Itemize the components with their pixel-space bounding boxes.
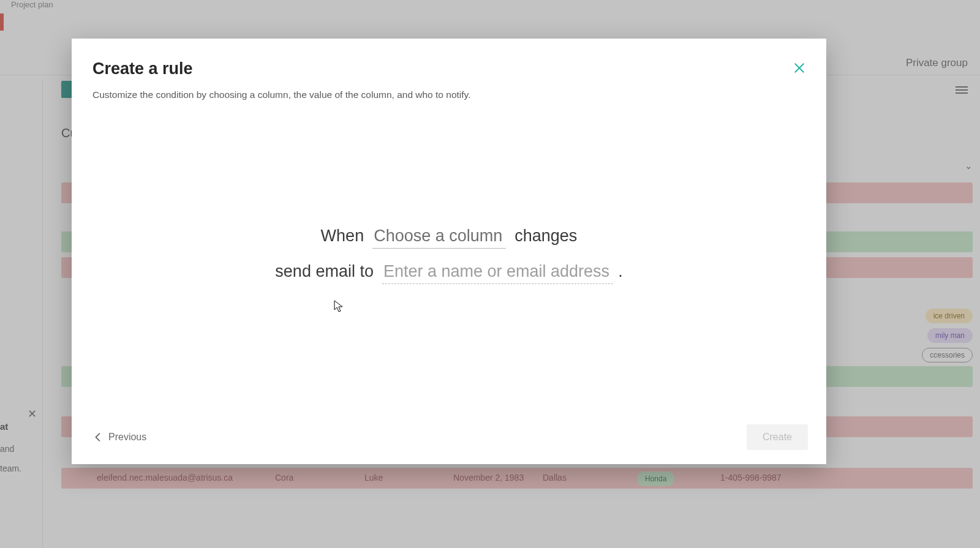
dialog-subtitle: Customize the condition by choosing a co… (92, 89, 805, 100)
dialog-body: When Choose a column changes send email … (72, 100, 826, 410)
rule-line-2: send email to Enter a name or email addr… (275, 262, 622, 284)
dialog-title: Create a rule (92, 59, 805, 78)
create-rule-dialog: Create a rule Customize the condition by… (72, 39, 826, 464)
dialog-header: Create a rule Customize the condition by… (72, 39, 826, 100)
text-when: When (321, 227, 364, 246)
text-send-email: send email to (275, 262, 374, 281)
create-button[interactable]: Create (747, 424, 808, 450)
previous-button[interactable]: Previous (90, 427, 150, 448)
rule-line-1: When Choose a column changes (321, 227, 578, 249)
text-changes: changes (514, 227, 577, 246)
chevron-left-icon (94, 433, 102, 441)
dialog-footer: Previous Create (72, 410, 826, 464)
text-period: . (618, 262, 623, 281)
recipient-input[interactable]: Enter a name or email address (382, 262, 613, 284)
close-button[interactable] (791, 59, 808, 77)
previous-label: Previous (108, 432, 146, 443)
column-picker[interactable]: Choose a column (372, 227, 506, 249)
close-icon (794, 62, 805, 73)
